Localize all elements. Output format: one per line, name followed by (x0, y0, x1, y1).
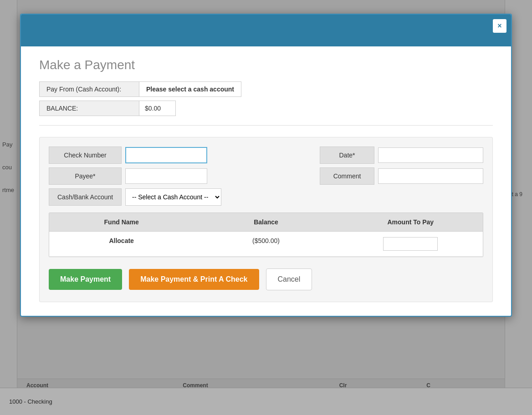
modal-title: Make a Payment (39, 58, 493, 72)
modal-dialog: × Make a Payment Pay From (Cash Account)… (20, 14, 512, 317)
balance-value: $0.00 (139, 101, 176, 116)
col-balance: Balance (194, 213, 338, 231)
modal-header: × (21, 15, 511, 46)
make-payment-button[interactable]: Make Payment (49, 269, 122, 290)
modal-overlay: × Make a Payment Pay From (Cash Account)… (0, 0, 532, 415)
comment-label: Comment (320, 167, 374, 185)
close-button[interactable]: × (493, 19, 506, 33)
pay-from-label: Pay From (Cash Account): (39, 81, 139, 97)
make-payment-print-button[interactable]: Make Payment & Print A Check (129, 269, 259, 290)
modal-body: Make a Payment Pay From (Cash Account): … (21, 46, 511, 316)
amount-cell (338, 232, 483, 256)
fund-name-cell: Allocate (49, 232, 194, 256)
date-label: Date* (320, 147, 374, 164)
table-row: Allocate ($500.00) (49, 232, 483, 257)
cancel-button[interactable]: Cancel (266, 268, 312, 290)
amount-to-pay-input[interactable] (383, 237, 438, 251)
cash-bank-row: Cash/Bank Account -- Select a Cash Accou… (49, 188, 483, 206)
col-amount-to-pay: Amount To Pay (338, 213, 483, 231)
payee-label: Payee* (49, 167, 122, 185)
pay-from-row: Pay From (Cash Account): Please select a… (39, 81, 493, 97)
balance-label: BALANCE: (39, 101, 139, 116)
fund-table: Fund Name Balance Amount To Pay Allocate… (49, 213, 483, 257)
info-section: Pay From (Cash Account): Please select a… (39, 81, 493, 116)
cash-bank-label: Cash/Bank Account (49, 188, 122, 206)
form-section: Check Number Date* Payee* Comment Cash (39, 137, 493, 302)
balance-cell: ($500.00) (194, 232, 338, 256)
check-number-input[interactable] (125, 147, 207, 163)
comment-input[interactable] (378, 168, 483, 184)
table-header: Fund Name Balance Amount To Pay (49, 213, 483, 232)
payee-input[interactable] (125, 168, 207, 184)
check-number-label: Check Number (49, 147, 122, 164)
cash-account-select[interactable]: -- Select a Cash Account -- (125, 188, 221, 206)
section-divider (39, 125, 493, 126)
action-buttons: Make Payment Make Payment & Print A Chec… (49, 266, 483, 293)
pay-from-button[interactable]: Please select a cash account (139, 81, 241, 97)
col-fund-name: Fund Name (49, 213, 194, 231)
date-input[interactable] (378, 147, 483, 163)
balance-row: BALANCE: $0.00 (39, 101, 493, 116)
